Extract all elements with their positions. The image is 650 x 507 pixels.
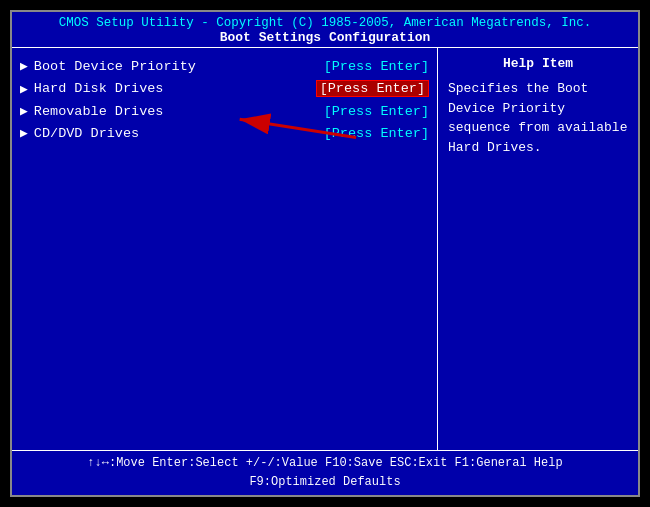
menu-value-highlighted: [Press Enter] <box>316 80 429 97</box>
arrow-icon: ▶ <box>20 125 28 141</box>
bios-screen: CMOS Setup Utility - Copyright (C) 1985-… <box>10 10 640 497</box>
menu-label: Boot Device Priority <box>34 59 314 74</box>
menu-label: Hard Disk Drives <box>34 81 316 96</box>
menu-item-removable[interactable]: ▶ Removable Drives [Press Enter] <box>20 103 429 119</box>
arrow-icon: ▶ <box>20 103 28 119</box>
menu-label: Removable Drives <box>34 104 314 119</box>
arrow-icon: ▶ <box>20 58 28 74</box>
menu-value: [Press Enter] <box>324 126 429 141</box>
menu-item-hard-disk[interactable]: ▶ Hard Disk Drives [Press Enter] <box>20 80 429 97</box>
menu-item-boot-device[interactable]: ▶ Boot Device Priority [Press Enter] <box>20 58 429 74</box>
menu-value: [Press Enter] <box>324 59 429 74</box>
bottom-bar: ↑↓↔:Move Enter:Select +/-/:Value F10:Sav… <box>12 450 638 495</box>
title-bar: CMOS Setup Utility - Copyright (C) 1985-… <box>12 12 638 48</box>
left-panel: ▶ Boot Device Priority [Press Enter] ▶ H… <box>12 48 438 450</box>
arrow-icon: ▶ <box>20 81 28 97</box>
footer-line1: ↑↓↔:Move Enter:Select +/-/:Value F10:Sav… <box>20 454 630 473</box>
footer-line2: F9:Optimized Defaults <box>20 473 630 492</box>
page-title: Boot Settings Configuration <box>12 30 638 45</box>
menu-value: [Press Enter] <box>324 104 429 119</box>
help-title: Help Item <box>448 56 628 71</box>
right-panel: Help Item Specifies the Boot Device Prio… <box>438 48 638 450</box>
menu-item-cddvd[interactable]: ▶ CD/DVD Drives [Press Enter] <box>20 125 429 141</box>
help-text: Specifies the Boot Device Priority seque… <box>448 79 628 157</box>
copyright-line: CMOS Setup Utility - Copyright (C) 1985-… <box>12 16 638 30</box>
menu-label: CD/DVD Drives <box>34 126 314 141</box>
main-area: ▶ Boot Device Priority [Press Enter] ▶ H… <box>12 48 638 450</box>
